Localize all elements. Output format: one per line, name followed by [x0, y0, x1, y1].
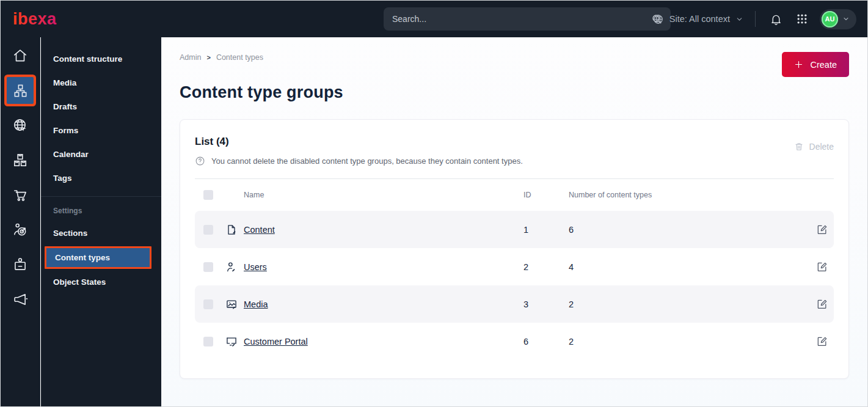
breadcrumb-separator: > — [206, 54, 210, 61]
breadcrumb: Admin > Content types — [180, 53, 849, 62]
rail-item-site[interactable] — [7, 112, 34, 139]
edit-button[interactable] — [809, 261, 834, 273]
sidebar-item-calendar[interactable]: Calendar — [41, 142, 161, 166]
trash-icon — [794, 142, 804, 152]
group-link-users[interactable]: Users — [244, 262, 523, 272]
group-link-media[interactable]: Media — [244, 299, 523, 309]
main-content: Admin > Content types Create Content typ… — [161, 37, 867, 406]
content-file-icon — [225, 224, 244, 236]
topbar-divider — [755, 11, 756, 27]
info-row: You cannot delete the disabled content t… — [195, 156, 523, 166]
id-badge-icon — [12, 257, 28, 273]
user-menu[interactable]: AU — [820, 9, 856, 29]
notifications-button[interactable] — [767, 10, 784, 28]
site-globe-cursor-icon — [12, 117, 28, 133]
apps-grid-button[interactable] — [793, 10, 811, 28]
chevron-down-icon — [735, 15, 743, 23]
group-count: 2 — [569, 337, 809, 346]
group-count: 2 — [569, 299, 809, 309]
product-boxes-icon — [12, 152, 28, 168]
table-row-media: Media 3 2 — [195, 285, 834, 323]
sidebar-settings-label: Settings — [41, 202, 161, 221]
breadcrumb-admin[interactable]: Admin — [180, 53, 201, 62]
table-row-users: Users 2 4 — [195, 248, 834, 285]
delete-button[interactable]: Delete — [794, 142, 834, 152]
megaphone-icon — [12, 292, 28, 307]
group-link-customer-portal[interactable]: Customer Portal — [244, 337, 523, 346]
rail-item-admin[interactable] — [7, 251, 34, 278]
sidebar-item-tags[interactable]: Tags — [41, 166, 161, 190]
globe-icon — [652, 13, 664, 25]
search-input[interactable] — [392, 14, 651, 24]
group-id: 1 — [523, 225, 569, 235]
info-text: You cannot delete the disabled content t… — [211, 156, 523, 166]
logo-text: ibexa — [13, 10, 57, 28]
global-search[interactable] — [384, 7, 671, 31]
row-checkbox[interactable] — [203, 262, 213, 272]
group-link-content[interactable]: Content — [244, 225, 523, 235]
edit-button[interactable] — [809, 336, 834, 347]
group-id: 2 — [523, 262, 569, 272]
create-button[interactable]: Create — [782, 52, 849, 77]
select-all-checkbox[interactable] — [203, 190, 213, 200]
avatar: AU — [822, 11, 838, 28]
app-window: ibexa Site: All context — [0, 0, 868, 407]
page-title: Content type groups — [180, 83, 849, 102]
sidebar-item-object-states[interactable]: Object States — [41, 270, 161, 294]
users-person-icon — [225, 261, 244, 273]
sidebar-item-content-types (active, annotated)[interactable]: Content types — [45, 246, 151, 269]
table-row-content: Content 1 6 — [195, 211, 834, 248]
header-count: Number of content types — [569, 191, 809, 199]
group-count: 6 — [569, 225, 809, 235]
bell-icon — [770, 13, 782, 26]
topbar: ibexa Site: All context — [1, 1, 867, 37]
content-structure-icon — [13, 83, 28, 98]
question-circle-icon — [195, 156, 205, 166]
rail-item-personalization[interactable] — [7, 216, 34, 243]
group-id: 3 — [523, 299, 569, 309]
create-button-label: Create — [810, 60, 837, 70]
shopping-cart-icon — [12, 187, 28, 203]
row-checkbox[interactable] — [203, 337, 213, 346]
group-id: 6 — [523, 337, 569, 346]
edit-button[interactable] — [809, 224, 834, 235]
table-row-customer-portal: Customer Portal 6 2 — [195, 323, 834, 360]
sidebar-item-sections[interactable]: Sections — [41, 221, 161, 245]
rail-item-marketing[interactable] — [7, 286, 34, 313]
main-nav-rail — [1, 37, 40, 406]
panel-header: List (4) You cannot delete the disabled … — [195, 136, 834, 166]
group-count: 4 — [569, 262, 809, 272]
rail-item-products[interactable] — [7, 147, 34, 174]
customer-portal-monitor-icon — [225, 336, 244, 348]
list-count-title: List (4) — [195, 136, 523, 148]
sidebar-divider — [41, 196, 161, 197]
plus-icon — [794, 60, 803, 69]
content-type-groups-panel: List (4) You cannot delete the disabled … — [180, 119, 849, 379]
content-sidebar: Content structure Media Drafts Forms Cal… — [41, 37, 161, 406]
sidebar-item-media[interactable]: Media — [41, 71, 161, 95]
home-icon — [12, 48, 28, 64]
site-context-switcher[interactable]: Site: All context — [652, 13, 743, 25]
rail-item-dashboard[interactable] — [7, 42, 34, 69]
grid-dots-icon — [796, 13, 808, 25]
sidebar-item-content-structure[interactable]: Content structure — [41, 47, 161, 71]
rail-item-content (annotated)[interactable] — [7, 77, 34, 104]
header-id: ID — [523, 191, 569, 199]
breadcrumb-content-types: Content types — [216, 53, 263, 62]
rail-item-commerce[interactable] — [7, 182, 34, 208]
header-name: Name — [244, 191, 523, 199]
user-menu-chevron-icon — [842, 15, 850, 23]
topbar-actions: Site: All context — [652, 1, 856, 37]
sidebar-item-forms[interactable]: Forms — [41, 119, 161, 142]
edit-button[interactable] — [809, 298, 834, 310]
table-header-row: Name ID Number of content types — [195, 179, 834, 211]
person-target-icon — [12, 222, 28, 238]
row-checkbox[interactable] — [203, 299, 213, 309]
media-image-icon — [225, 298, 244, 310]
delete-button-label: Delete — [809, 142, 834, 152]
sidebar-item-drafts[interactable]: Drafts — [41, 95, 161, 119]
site-context-label: Site: All context — [669, 14, 730, 24]
ibexa-logo[interactable]: ibexa — [13, 9, 65, 29]
row-checkbox[interactable] — [203, 225, 213, 235]
